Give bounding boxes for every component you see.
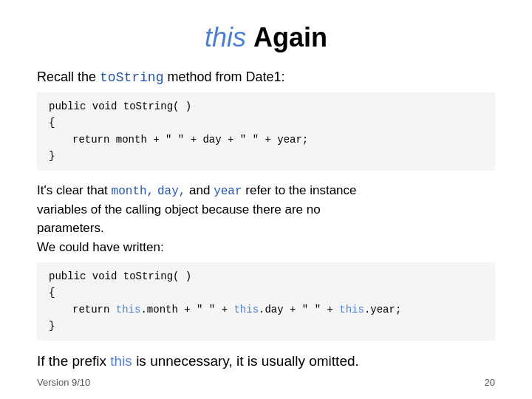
code1-line2: { (49, 115, 483, 131)
slide: this Again Recall the toString method fr… (0, 0, 532, 399)
body-line3: parameters. (37, 221, 104, 235)
code2-line4: } (49, 318, 483, 334)
recall-text-after: method from Date1: (163, 69, 284, 84)
conclusion-this: this (110, 353, 132, 369)
inline-year: year (214, 185, 242, 198)
recall-code: toString (100, 70, 163, 85)
code-block-2: public void toString( ) { return this.mo… (37, 262, 495, 341)
body-line2: variables of the calling object because … (37, 202, 321, 216)
inline-day: day, (157, 185, 185, 198)
conclusion-paragraph: If the prefix this is unnecessary, it is… (37, 351, 495, 372)
footer-version: Version 9/10 (37, 377, 90, 388)
body-paragraph: It's clear that month, day, and year ref… (37, 181, 495, 257)
footer-page: 20 (485, 377, 495, 388)
slide-title: this Again (37, 22, 495, 53)
code1-line4: } (49, 148, 483, 164)
body-line1-after: refer to the instance (242, 183, 357, 197)
code-block-1: public void toString( ) { return month +… (37, 92, 495, 171)
code1-line1: public void toString( ) (49, 98, 483, 115)
title-this: this (205, 22, 246, 52)
inline-month: month, (112, 185, 154, 198)
recall-paragraph: Recall the toString method from Date1: (37, 69, 495, 85)
body-line1-mid2: and (185, 183, 214, 197)
body-line1-before: It's clear that (37, 183, 112, 197)
code2-this3: this (339, 304, 364, 316)
title-again-text: Again (253, 22, 327, 52)
code2-this2: this (233, 304, 259, 316)
code2-line1: public void toString( ) (49, 268, 483, 284)
code2-this1: this (116, 304, 141, 316)
recall-text-before: Recall the (37, 69, 100, 84)
code2-line2: { (49, 284, 483, 301)
code2-line3: return this.month + " " + this.day + " "… (72, 301, 483, 318)
footer: Version 9/10 20 (37, 377, 495, 388)
conclusion-after: is unnecessary, it is usually omitted. (132, 353, 359, 369)
code1-line3: return month + " " + day + " " + year; (72, 132, 483, 148)
body-line4: We could have written: (37, 240, 164, 254)
conclusion-before: If the prefix (37, 353, 110, 369)
